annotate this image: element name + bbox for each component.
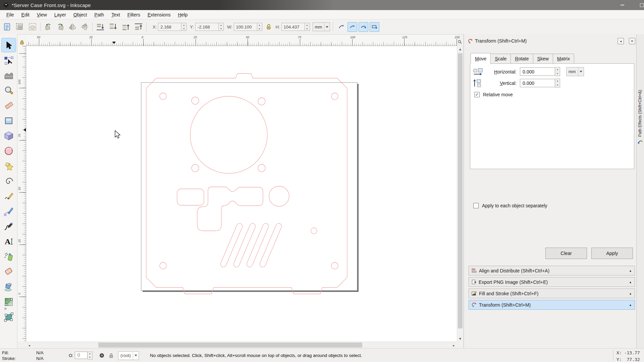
raise-button[interactable] — [121, 22, 131, 32]
x-field-spinner[interactable]: ▲▼ — [181, 23, 186, 31]
affect-corners-toggle[interactable] — [347, 22, 357, 32]
guide-lock-toggle[interactable] — [17, 35, 26, 46]
menu-text[interactable]: Text — [108, 11, 124, 18]
canvas[interactable] — [26, 46, 457, 342]
menu-layer[interactable]: Layer — [51, 11, 70, 18]
tab-scale[interactable]: Scale — [490, 54, 511, 64]
cursor-x-value: -13.77 — [623, 350, 640, 356]
apply-button[interactable]: Apply — [591, 248, 633, 259]
tool-ellipse[interactable] — [2, 144, 16, 158]
transform-bar[interactable]: Transform (Shift+Ctrl+M) ▲ — [469, 300, 635, 310]
flip-horizontal-button[interactable] — [67, 22, 77, 32]
x-field[interactable]: 2.168 ▲▼ — [158, 23, 186, 31]
tool-star[interactable] — [2, 159, 16, 173]
layer-visibility-icon[interactable] — [99, 353, 104, 358]
clear-button[interactable]: Clear — [545, 248, 587, 259]
lower-to-bottom-button[interactable] — [95, 22, 105, 32]
menu-path[interactable]: Path — [91, 11, 108, 18]
rotate-cw-button[interactable] — [55, 22, 65, 32]
menu-file[interactable]: File — [3, 11, 18, 18]
lock-ratio-icon[interactable] — [265, 22, 272, 32]
horizontal-spinner[interactable]: ▲▼ — [555, 67, 560, 76]
fill-stroke-values[interactable]: N/A N/A — [36, 349, 44, 362]
y-field-spinner[interactable]: ▲▼ — [219, 23, 224, 31]
vertical-input[interactable]: 0.000 — [520, 79, 555, 87]
tool-zoom[interactable] — [2, 84, 16, 97]
lower-button[interactable] — [108, 22, 118, 32]
menu-filters[interactable]: Filters — [124, 11, 144, 18]
vertical-scrollbar-thumb[interactable] — [458, 53, 463, 328]
move-units-dropdown[interactable]: mm — [566, 67, 584, 76]
tool-rectangle[interactable] — [2, 114, 16, 127]
ruler-label: 50 — [18, 187, 21, 190]
vertical-scrollbar[interactable]: ▲ ▼ — [457, 46, 463, 342]
tool-selector[interactable] — [2, 38, 16, 52]
h-field[interactable]: 104.437 ▲▼ — [281, 23, 310, 31]
menu-view[interactable]: View — [33, 11, 51, 18]
panel-close-button[interactable]: ✕ — [629, 38, 635, 44]
select-all-button[interactable] — [2, 22, 12, 32]
export-png-bar[interactable]: Export PNG Image (Shift+Ctrl+E) ▲ — [469, 277, 635, 287]
tool-mesh-gradient[interactable] — [2, 310, 16, 324]
h-field-spinner[interactable]: ▲▼ — [305, 23, 310, 31]
affect-stroke-toggle[interactable] — [336, 22, 346, 32]
tool-eraser[interactable] — [2, 265, 16, 278]
horizontal-scrollbar-thumb[interactable] — [98, 343, 362, 348]
tool-text[interactable]: A — [2, 235, 16, 248]
ruler-zoom-icon[interactable] — [457, 35, 463, 46]
tab-matrix[interactable]: Matrix — [553, 54, 574, 64]
raise-to-top-button[interactable] — [133, 22, 144, 32]
fill-stroke-bar[interactable]: Fill and Stroke (Shift+Ctrl+F) ▲ — [469, 289, 635, 298]
deselect-button[interactable] — [28, 22, 38, 32]
scroll-right-icon[interactable]: ▸ — [451, 342, 456, 349]
tool-gradient[interactable] — [2, 295, 16, 309]
tool-tweak[interactable] — [2, 68, 16, 82]
scroll-down-icon[interactable]: ▼ — [457, 336, 463, 341]
menu-help[interactable]: Help — [174, 11, 191, 18]
layer-dropdown[interactable]: (root) — [118, 351, 139, 360]
tool-3d-box[interactable] — [2, 129, 16, 143]
opacity-input[interactable]: 0 — [75, 352, 88, 359]
scroll-left-icon[interactable]: ◂ — [27, 342, 32, 349]
opacity-spinner[interactable]: ▲▼ — [88, 352, 93, 360]
w-field-spinner[interactable]: ▲▼ — [257, 23, 262, 31]
ruler-label: 100 — [350, 36, 355, 39]
tool-spiral[interactable] — [2, 174, 16, 188]
vertical-spinner[interactable]: ▲▼ — [555, 79, 560, 88]
units-dropdown[interactable]: mm — [313, 22, 330, 31]
align-distribute-bar[interactable]: Align and Distribute (Shift+Ctrl+A) ▲ — [469, 266, 635, 275]
tab-rotate[interactable]: Rotate — [511, 54, 533, 64]
flip-vertical-button[interactable] — [79, 22, 90, 32]
menu-edit[interactable]: Edit — [18, 11, 33, 18]
tab-move[interactable]: Move — [471, 53, 491, 64]
scroll-up-icon[interactable]: ▲ — [457, 47, 463, 51]
layer-lock-icon[interactable] — [109, 353, 113, 358]
toolbox-overflow-button[interactable]: » — [4, 305, 6, 311]
rotate-ccw-button[interactable] — [43, 22, 53, 32]
tool-paint-bucket[interactable] — [2, 280, 16, 294]
tool-pencil[interactable] — [2, 189, 16, 203]
menu-object[interactable]: Object — [70, 11, 91, 18]
horizontal-ruler[interactable]: 50 25 0 25 50 75 100 125 150 — [26, 35, 457, 46]
tool-node-editor[interactable] — [2, 53, 16, 67]
horizontal-scrollbar[interactable]: ◂ ▸ — [26, 342, 457, 348]
path-effects-side-tab[interactable]: Path Effects (Shift+Ctrl+&) — [636, 34, 644, 348]
affect-patterns-toggle[interactable] — [370, 22, 379, 32]
w-field[interactable]: 100.100 ▲▼ — [234, 23, 262, 31]
horizontal-input[interactable]: 0.000 — [520, 67, 555, 76]
tool-calligraphy[interactable] — [2, 219, 16, 233]
tool-measure[interactable] — [2, 99, 16, 112]
tool-bezier-pen[interactable] — [2, 204, 16, 218]
menu-extensions[interactable]: Extensions — [144, 11, 174, 18]
select-all-layers-button[interactable] — [15, 22, 25, 32]
tool-spray[interactable] — [2, 250, 16, 263]
relative-move-checkbox[interactable] — [474, 92, 480, 97]
minimize-button[interactable] — [614, 0, 630, 10]
apply-each-object-checkbox[interactable] — [473, 203, 479, 208]
vertical-ruler[interactable]: 100 75 50 25 0 — [17, 46, 26, 342]
y-field[interactable]: -2.168 ▲▼ — [195, 23, 224, 31]
panel-dock-arrow-button[interactable]: ◂ — [618, 38, 624, 44]
affect-gradients-toggle[interactable] — [359, 22, 368, 32]
maximize-button[interactable] — [639, 0, 644, 10]
tab-skew[interactable]: Skew — [533, 54, 553, 64]
